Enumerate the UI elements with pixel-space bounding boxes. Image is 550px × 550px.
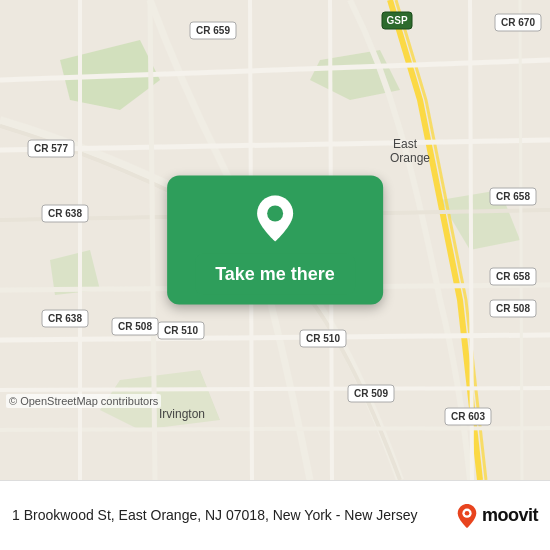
svg-text:CR 508: CR 508 [496, 303, 530, 314]
svg-text:CR 508: CR 508 [118, 321, 152, 332]
map-view: CR 659 GSP CR 670 CR 577 CR 638 CR 638 C… [0, 0, 550, 480]
moovit-logo: moovit [456, 503, 538, 529]
svg-point-52 [267, 206, 283, 222]
svg-line-19 [520, 0, 522, 480]
svg-text:CR 510: CR 510 [306, 333, 340, 344]
moovit-brand-text: moovit [482, 505, 538, 526]
svg-text:CR 659: CR 659 [196, 25, 230, 36]
svg-text:Orange: Orange [390, 151, 430, 165]
svg-line-13 [0, 428, 550, 430]
map-pin-container: Take me there [167, 176, 383, 305]
button-overlay: Take me there [167, 176, 383, 305]
svg-text:CR 638: CR 638 [48, 208, 82, 219]
copyright-text: © OpenStreetMap contributors [6, 394, 161, 408]
map-pin-icon [253, 194, 297, 244]
moovit-pin-icon [456, 503, 478, 529]
take-me-there-button[interactable]: Take me there [195, 254, 355, 295]
bottom-bar: 1 Brookwood St, East Orange, NJ 07018, N… [0, 480, 550, 550]
svg-text:GSP: GSP [386, 15, 407, 26]
svg-text:CR 658: CR 658 [496, 271, 530, 282]
svg-text:CR 510: CR 510 [164, 325, 198, 336]
svg-point-54 [465, 510, 470, 515]
address-text: 1 Brookwood St, East Orange, NJ 07018, N… [12, 506, 448, 524]
svg-text:CR 658: CR 658 [496, 191, 530, 202]
svg-text:CR 509: CR 509 [354, 388, 388, 399]
svg-text:CR 670: CR 670 [501, 17, 535, 28]
svg-text:CR 577: CR 577 [34, 143, 68, 154]
svg-line-12 [0, 388, 550, 390]
svg-text:Irvington: Irvington [159, 407, 205, 421]
svg-text:CR 603: CR 603 [451, 411, 485, 422]
svg-text:CR 638: CR 638 [48, 313, 82, 324]
osm-copyright: © OpenStreetMap contributors [9, 395, 158, 407]
svg-text:East: East [393, 137, 418, 151]
